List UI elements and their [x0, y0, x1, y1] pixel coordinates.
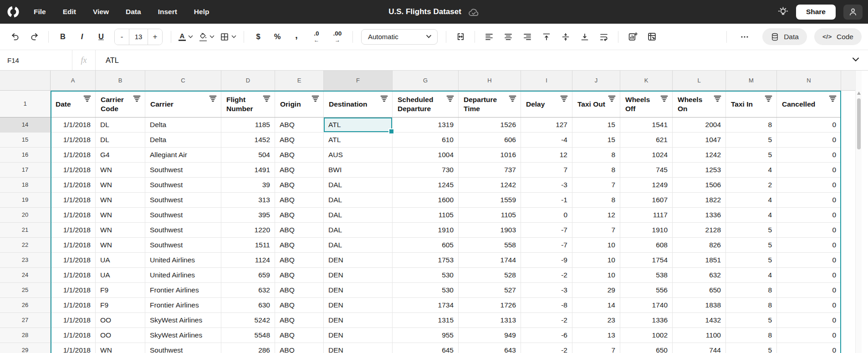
cell-E26[interactable]: ABQ	[275, 298, 324, 313]
cell-G27[interactable]: 1315	[393, 313, 459, 328]
cell-N26[interactable]: 0	[777, 298, 841, 313]
borders-button[interactable]	[220, 30, 236, 44]
cell-E18[interactable]: ABQ	[275, 178, 324, 193]
row-header-26[interactable]: 26	[0, 298, 51, 313]
cell-I29[interactable]: -2	[521, 343, 572, 353]
cell-M22[interactable]: 5	[726, 238, 777, 253]
underline-button[interactable]: U	[94, 30, 108, 44]
cell-C16[interactable]: Allegiant Air	[145, 148, 221, 163]
column-header-E[interactable]: E	[275, 71, 324, 91]
cell-B23[interactable]: UA	[96, 253, 145, 268]
cell-J19[interactable]: 8	[572, 193, 620, 208]
cell-N25[interactable]: 0	[777, 283, 841, 298]
cell-F27[interactable]: DEN	[324, 313, 393, 328]
cell-H16[interactable]: 1016	[459, 148, 521, 163]
decrease-decimals-button[interactable]: .0 ←	[309, 30, 324, 44]
account-button[interactable]	[843, 5, 863, 20]
cell-I15[interactable]: -4	[521, 133, 572, 148]
cell-B24[interactable]: UA	[96, 268, 145, 283]
filter-icon[interactable]	[714, 95, 721, 102]
cell-J16[interactable]: 8	[572, 148, 620, 163]
cell-K18[interactable]: 1249	[620, 178, 673, 193]
cell-J25[interactable]: 29	[572, 283, 620, 298]
cell-G24[interactable]: 530	[393, 268, 459, 283]
cell-G17[interactable]: 730	[393, 163, 459, 178]
cell-J18[interactable]: 7	[572, 178, 620, 193]
cell-I25[interactable]: -3	[521, 283, 572, 298]
font-size-value[interactable]: 13	[129, 29, 148, 45]
cell-J24[interactable]: 10	[572, 268, 620, 283]
select-all-corner[interactable]	[0, 71, 51, 91]
cell-N29[interactable]: 0	[777, 343, 841, 353]
cell-K17[interactable]: 745	[620, 163, 673, 178]
table-header-carrier-code[interactable]: Carrier Code	[96, 91, 145, 118]
cell-B22[interactable]: WN	[96, 238, 145, 253]
cell-K29[interactable]: 650	[620, 343, 673, 353]
cell-A22[interactable]: 1/1/2018	[51, 238, 96, 253]
cell-L26[interactable]: 1838	[673, 298, 726, 313]
cell-J20[interactable]: 12	[572, 208, 620, 223]
cell-N21[interactable]: 0	[777, 223, 841, 238]
cell-J21[interactable]: 7	[572, 223, 620, 238]
cell-G26[interactable]: 1734	[393, 298, 459, 313]
cell-M25[interactable]: 8	[726, 283, 777, 298]
cell-F21[interactable]: DAL	[324, 223, 393, 238]
more-options-button[interactable]	[737, 30, 752, 44]
cell-A23[interactable]: 1/1/2018	[51, 253, 96, 268]
cell-B19[interactable]: WN	[96, 193, 145, 208]
cell-N20[interactable]: 0	[777, 208, 841, 223]
cell-B16[interactable]: G4	[96, 148, 145, 163]
insert-chart-button[interactable]	[626, 30, 639, 44]
cell-M16[interactable]: 5	[726, 148, 777, 163]
column-header-C[interactable]: C	[145, 71, 221, 91]
scrollbar-thumb[interactable]	[857, 98, 861, 149]
cell-C24[interactable]: United Airlines	[145, 268, 221, 283]
cell-K23[interactable]: 1754	[620, 253, 673, 268]
cell-N28[interactable]: 0	[777, 328, 841, 343]
row-header-14[interactable]: 14	[0, 118, 51, 133]
cell-C15[interactable]: Delta	[145, 133, 221, 148]
cell-M19[interactable]: 4	[726, 193, 777, 208]
cell-I18[interactable]: -3	[521, 178, 572, 193]
cell-E17[interactable]: ABQ	[275, 163, 324, 178]
cell-G16[interactable]: 1004	[393, 148, 459, 163]
cell-N17[interactable]: 0	[777, 163, 841, 178]
cell-A18[interactable]: 1/1/2018	[51, 178, 96, 193]
cell-J17[interactable]: 8	[572, 163, 620, 178]
cell-E27[interactable]: ABQ	[275, 313, 324, 328]
cell-H19[interactable]: 1559	[459, 193, 521, 208]
cell-G15[interactable]: 610	[393, 133, 459, 148]
cell-F19[interactable]: DAL	[324, 193, 393, 208]
cell-H27[interactable]: 1313	[459, 313, 521, 328]
cell-L27[interactable]: 1432	[673, 313, 726, 328]
cell-I14[interactable]: 127	[521, 118, 572, 133]
formula-input[interactable]: ATL	[96, 56, 852, 65]
row-header-28[interactable]: 28	[0, 328, 51, 343]
align-center-button[interactable]	[501, 30, 515, 44]
cell-F20[interactable]: DAL	[324, 208, 393, 223]
menu-view[interactable]: View	[93, 8, 109, 16]
cell-C18[interactable]: Southwest	[145, 178, 221, 193]
document-title[interactable]: U.S. Flights Dataset	[388, 7, 461, 16]
cell-H22[interactable]: 558	[459, 238, 521, 253]
valign-top-button[interactable]	[540, 30, 553, 44]
column-header-J[interactable]: J	[572, 71, 620, 91]
cell-E19[interactable]: ABQ	[275, 193, 324, 208]
cell-A15[interactable]: 1/1/2018	[51, 133, 96, 148]
cell-A17[interactable]: 1/1/2018	[51, 163, 96, 178]
cell-B26[interactable]: F9	[96, 298, 145, 313]
cell-I23[interactable]: -9	[521, 253, 572, 268]
cell-N23[interactable]: 0	[777, 253, 841, 268]
cell-J28[interactable]: 13	[572, 328, 620, 343]
cell-C27[interactable]: SkyWest Airlines	[145, 313, 221, 328]
row-header-27[interactable]: 27	[0, 313, 51, 328]
cell-L29[interactable]: 744	[673, 343, 726, 353]
valign-middle-button[interactable]	[559, 30, 572, 44]
share-button[interactable]: Share	[796, 5, 836, 20]
cell-F23[interactable]: DEN	[324, 253, 393, 268]
cell-N18[interactable]: 0	[777, 178, 841, 193]
cell-K15[interactable]: 621	[620, 133, 673, 148]
filter-icon[interactable]	[209, 95, 217, 102]
cell-E25[interactable]: ABQ	[275, 283, 324, 298]
cell-F16[interactable]: AUS	[324, 148, 393, 163]
